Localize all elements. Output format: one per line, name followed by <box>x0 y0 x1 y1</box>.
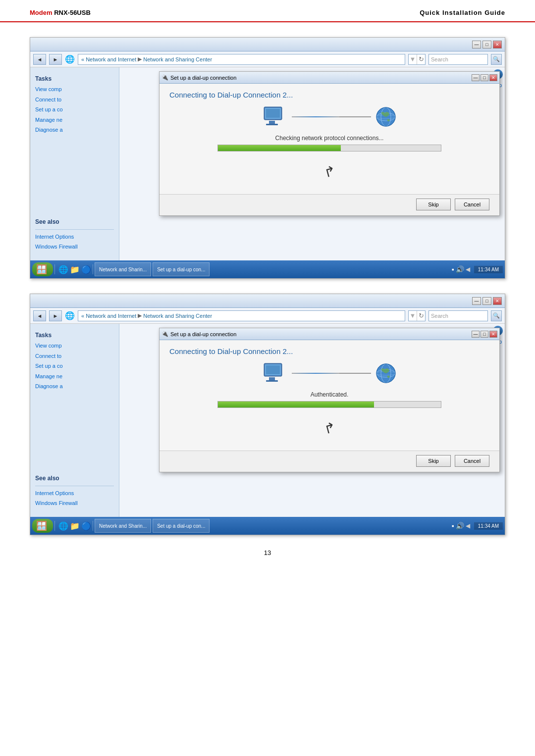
sidebar-item-managene-2[interactable]: Manage ne <box>30 371 119 382</box>
computer-icon-1 <box>262 106 288 128</box>
connecting-line-1 <box>292 116 371 117</box>
quicklaunch-2: 🌐 📁 🔵 <box>58 521 91 531</box>
sidebar-item-setupco-1[interactable]: Set up a co <box>30 104 119 115</box>
sidebar-item-connectto-2[interactable]: Connect to <box>30 351 119 361</box>
progress-bar-1 <box>217 145 441 151</box>
taskbar-network-btn-1[interactable]: Network and Sharin... <box>95 262 151 276</box>
breadcrumb-sharing-2: Network and Sharing Center <box>143 313 212 319</box>
sidebar-item-diagnosea-2[interactable]: Diagnose a <box>30 381 119 392</box>
dropdown-arrow-2[interactable]: ▼ <box>409 311 417 321</box>
refresh-icon-2[interactable]: ↻ <box>417 311 425 321</box>
outer-title-controls-2[interactable]: — □ ✕ <box>472 297 502 305</box>
sidebar-item-diagnosea-1[interactable]: Diagnose a <box>30 125 119 135</box>
taskbar-network-btn-2[interactable]: Network and Sharin... <box>95 519 151 533</box>
address-path-1[interactable]: « Network and Internet ▶ Network and Sha… <box>78 54 405 65</box>
systray-show-2[interactable]: ◀ <box>466 522 470 529</box>
inner-title-bar-1: 🔌 Set up a dial-up connection — □ ✕ <box>160 72 499 84</box>
back-button-2[interactable]: ◄ <box>33 310 46 321</box>
progress-fill-1 <box>218 145 341 151</box>
sidebar-item-viewcomp-1[interactable]: View comp <box>30 84 119 95</box>
inner-minimize-1[interactable]: — <box>472 74 480 81</box>
sidebar-item-managene-1[interactable]: Manage ne <box>30 115 119 125</box>
sidebar-item-internet-options-2[interactable]: Internet Options <box>30 488 119 499</box>
connecting-title-2: Connecting to Dial-up Connection 2... <box>169 347 489 355</box>
sidebar-2: Tasks View comp Connect to Set up a co M… <box>30 324 119 517</box>
svg-rect-3 <box>269 121 275 124</box>
sidebar-item-setupco-2[interactable]: Set up a co <box>30 361 119 371</box>
cursor-area-1: ↱ <box>169 156 489 186</box>
svg-rect-4 <box>266 124 278 125</box>
connecting-animation-2 <box>169 362 489 384</box>
sidebar-1: Tasks View comp Connect to Set up a co M… <box>30 67 119 260</box>
skip-button-1[interactable]: Skip <box>416 199 451 210</box>
forward-button-2[interactable]: ► <box>49 310 62 321</box>
inner-title-text-2: 🔌 Set up a dial-up connection <box>161 331 236 337</box>
clock-1: 11:34 AM <box>474 266 503 273</box>
search-button-1[interactable]: 🔍 <box>491 54 502 65</box>
cancel-button-2[interactable]: Cancel <box>455 455 489 467</box>
main-content-2: Tasks View comp Connect to Set up a co M… <box>30 324 505 517</box>
close-button-1[interactable]: ✕ <box>493 41 502 49</box>
progress-bar-2 <box>217 401 441 408</box>
sidebar-item-connectto-1[interactable]: Connect to <box>30 95 119 105</box>
search-box-2[interactable]: Search <box>428 310 488 321</box>
back-button-1[interactable]: ◄ <box>33 54 46 65</box>
taskbar-folder-2[interactable]: 📁 <box>70 521 80 531</box>
right-content-2: ? ew full map 🔌 Set up a dial-up connect… <box>119 324 505 517</box>
inner-dialog-1: 🔌 Set up a dial-up connection — □ ✕ Conn… <box>159 71 500 216</box>
address-path-2[interactable]: « Network and Internet ▶ Network and Sha… <box>78 310 405 321</box>
forward-button-1[interactable]: ► <box>49 54 62 65</box>
svg-rect-13 <box>269 377 275 380</box>
inner-title-controls-2[interactable]: — □ ✕ <box>472 331 497 338</box>
outer-title-bar-1: — □ ✕ <box>30 38 505 51</box>
systray-show-1[interactable]: ◀ <box>466 266 470 273</box>
connecting-animation-1 <box>169 106 489 128</box>
systray-icon-network-2: ▪ <box>452 522 454 530</box>
outer-title-controls-1[interactable]: — □ ✕ <box>472 41 502 49</box>
search-box-1[interactable]: Search <box>428 54 488 65</box>
taskbar-ie-1[interactable]: 🌐 <box>58 265 68 274</box>
sidebar-item-windows-firewall-2[interactable]: Windows Firewall <box>30 498 119 508</box>
screenshot-2: — □ ✕ ◄ ► 🌐 « Network and Internet ▶ Net… <box>30 294 505 535</box>
skip-button-2[interactable]: Skip <box>416 455 451 467</box>
taskbar-dialup-btn-1[interactable]: Set up a dial-up con... <box>153 262 210 276</box>
inner-maximize-2[interactable]: □ <box>481 331 488 338</box>
inner-close-2[interactable]: ✕ <box>489 331 497 338</box>
sidebar-see-also-2: See also <box>30 471 119 484</box>
page-number: 13 <box>0 549 535 556</box>
start-button-2[interactable]: 🪟 <box>32 519 53 533</box>
sidebar-item-internet-options-1[interactable]: Internet Options <box>30 232 119 242</box>
minimize-button-1[interactable]: — <box>472 41 481 49</box>
page-header: Modem RNX-56USB Quick Installation Guide <box>0 0 535 22</box>
minimize-button-2[interactable]: — <box>472 297 481 305</box>
inner-maximize-1[interactable]: □ <box>481 74 488 81</box>
header-model: RNX-56USB <box>54 9 91 16</box>
sidebar-tasks-title-2: Tasks <box>30 329 119 341</box>
search-button-2[interactable]: 🔍 <box>491 310 502 321</box>
inner-close-1[interactable]: ✕ <box>489 74 497 81</box>
taskbar-browser-2[interactable]: 🔵 <box>81 521 91 531</box>
status-text-1: Checking network protocol connections... <box>169 135 489 142</box>
cursor-area-2: ↱ <box>169 413 489 443</box>
sidebar-tasks-title-1: Tasks <box>30 72 119 84</box>
taskbar-right-2: ▪ 🔊 ◀ 11:34 AM <box>450 522 503 530</box>
taskbar-ie-2[interactable]: 🌐 <box>58 521 68 531</box>
inner-minimize-2[interactable]: — <box>472 331 480 338</box>
maximize-button-2[interactable]: □ <box>482 297 491 305</box>
taskbar-browser-1[interactable]: 🔵 <box>81 265 91 274</box>
systray-1: ▪ 🔊 ◀ <box>450 265 472 273</box>
dropdown-arrow-1[interactable]: ▼ <box>409 54 417 64</box>
maximize-button-1[interactable]: □ <box>482 41 491 49</box>
breadcrumb-sharing-1: Network and Sharing Center <box>143 56 212 62</box>
cancel-button-1[interactable]: Cancel <box>455 199 489 210</box>
sidebar-item-windows-firewall-1[interactable]: Windows Firewall <box>30 242 119 252</box>
refresh-icon-1[interactable]: ↻ <box>417 54 425 64</box>
sidebar-item-viewcomp-2[interactable]: View comp <box>30 341 119 351</box>
start-button-1[interactable]: 🪟 <box>32 262 53 276</box>
inner-title-text-1: 🔌 Set up a dial-up connection <box>161 74 236 81</box>
taskbar-folder-1[interactable]: 📁 <box>70 265 80 274</box>
inner-title-controls-1[interactable]: — □ ✕ <box>472 74 497 81</box>
close-button-2[interactable]: ✕ <box>493 297 502 305</box>
header-product: Modem RNX-56USB <box>30 9 91 16</box>
taskbar-dialup-btn-2[interactable]: Set up a dial-up con... <box>153 519 210 533</box>
